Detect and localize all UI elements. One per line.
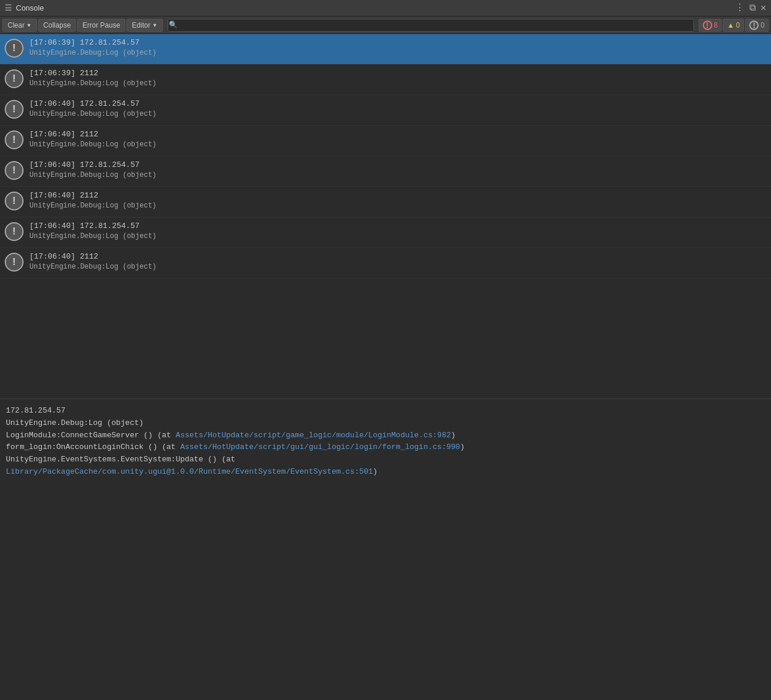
warning-badge[interactable]: ▲ 0 <box>723 19 744 32</box>
editor-label: Editor <box>132 21 150 29</box>
search-wrap: 🔍 <box>164 19 697 32</box>
log-entry-line1: [17:06:39] 172.81.254.57 <box>29 38 156 48</box>
more-options-icon[interactable]: ⋮ <box>735 4 745 13</box>
log-entry[interactable]: ![17:06:39] 172.81.254.57UnityEngine.Deb… <box>0 34 771 65</box>
log-entry-line2: UnityEngine.Debug:Log (object) <box>29 170 156 180</box>
log-entry-line2: UnityEngine.Debug:Log (object) <box>29 201 156 211</box>
badge-group: ! 8 ▲ 0 ! 0 <box>699 19 769 32</box>
clear-chevron-icon: ▼ <box>26 22 32 28</box>
log-entry[interactable]: ![17:06:39] 2112UnityEngine.Debug:Log (o… <box>0 65 771 95</box>
log-entry-line1: [17:06:39] 2112 <box>29 68 156 79</box>
detail-line-prefix: LoginModule:ConnectGameServer () (at <box>6 431 176 440</box>
log-entry-text: [17:06:40] 2112UnityEngine.Debug:Log (ob… <box>29 252 156 272</box>
detail-line-suffix: ) <box>460 443 465 451</box>
error-badge-icon: ! <box>703 21 712 30</box>
log-entry-text: [17:06:39] 172.81.254.57UnityEngine.Debu… <box>29 38 156 58</box>
log-entry-text: [17:06:40] 172.81.254.57UnityEngine.Debu… <box>29 221 156 242</box>
info-badge-count: 0 <box>760 21 765 29</box>
log-entry-icon: ! <box>5 192 24 210</box>
log-entry-line1: [17:06:40] 2112 <box>29 252 156 262</box>
warning-badge-count: 0 <box>736 21 740 29</box>
toolbar: Clear ▼ Collapse Error Pause Editor ▼ 🔍 … <box>0 16 771 34</box>
warning-badge-icon: ▲ <box>727 21 735 29</box>
log-entry-text: [17:06:40] 2112UnityEngine.Debug:Log (ob… <box>29 129 156 150</box>
search-input[interactable] <box>168 19 694 32</box>
error-pause-label: Error Pause <box>82 21 120 29</box>
log-entry-line2: UnityEngine.Debug:Log (object) <box>29 262 156 272</box>
log-entry[interactable]: ![17:06:40] 2112UnityEngine.Debug:Log (o… <box>0 126 771 156</box>
editor-chevron-icon: ▼ <box>152 22 158 28</box>
log-area[interactable]: ![17:06:39] 172.81.254.57UnityEngine.Deb… <box>0 34 771 398</box>
log-entry-line2: UnityEngine.Debug:Log (object) <box>29 232 156 242</box>
title-bar: ☰ Console ⋮ ⧉ ✕ <box>0 0 771 16</box>
log-entry-line2: UnityEngine.Debug:Log (object) <box>29 140 156 150</box>
detail-line: Library/PackageCache/com.unity.ugui@1.0.… <box>6 466 765 478</box>
log-entry-line1: [17:06:40] 172.81.254.57 <box>29 99 156 109</box>
log-entry-text: [17:06:40] 172.81.254.57UnityEngine.Debu… <box>29 99 156 119</box>
log-entry-line1: [17:06:40] 2112 <box>29 190 156 201</box>
log-entry-text: [17:06:40] 2112UnityEngine.Debug:Log (ob… <box>29 190 156 211</box>
clear-label: Clear <box>8 21 25 29</box>
log-entry[interactable]: ![17:06:40] 172.81.254.57UnityEngine.Deb… <box>0 95 771 126</box>
log-entry-icon: ! <box>5 100 24 119</box>
title-bar-controls: ⋮ ⧉ ✕ <box>735 4 766 13</box>
collapse-label: Collapse <box>44 21 71 29</box>
detail-line-link[interactable]: Assets/HotUpdate/script/gui/gui_logic/lo… <box>180 443 460 451</box>
info-badge-icon: ! <box>749 21 759 30</box>
detail-line-link[interactable]: Library/PackageCache/com.unity.ugui@1.0.… <box>6 467 373 476</box>
detail-line-link[interactable]: Assets/HotUpdate/script/game_logic/modul… <box>176 431 451 440</box>
detail-area: 172.81.254.57UnityEngine.Debug:Log (obje… <box>0 399 771 700</box>
log-entry-icon: ! <box>5 130 24 149</box>
collapse-button[interactable]: Collapse <box>38 19 76 32</box>
maximize-icon[interactable]: ⧉ <box>749 4 756 13</box>
log-entry-icon: ! <box>5 39 24 58</box>
log-entry-icon: ! <box>5 253 24 272</box>
detail-line: LoginModule:ConnectGameServer () (at Ass… <box>6 430 765 442</box>
editor-button[interactable]: Editor ▼ <box>126 19 162 32</box>
error-badge-count: 8 <box>714 21 718 29</box>
log-entry-text: [17:06:40] 172.81.254.57UnityEngine.Debu… <box>29 160 156 180</box>
log-entry[interactable]: ![17:06:40] 2112UnityEngine.Debug:Log (o… <box>0 187 771 217</box>
log-entry-line2: UnityEngine.Debug:Log (object) <box>29 48 156 58</box>
log-entry[interactable]: ![17:06:40] 172.81.254.57UnityEngine.Deb… <box>0 217 771 248</box>
log-entry-icon: ! <box>5 222 24 241</box>
detail-line-prefix: form_login:OnAccountLoginChick () (at <box>6 443 180 451</box>
title-bar-title: Console <box>16 4 44 12</box>
log-entry-icon: ! <box>5 161 24 180</box>
detail-line-suffix: ) <box>373 467 378 476</box>
detail-line: UnityEngine.Debug:Log (object) <box>6 417 765 430</box>
detail-line-suffix: ) <box>451 431 456 440</box>
detail-line: 172.81.254.57 <box>6 405 765 417</box>
error-pause-button[interactable]: Error Pause <box>77 19 125 32</box>
info-badge[interactable]: ! 0 <box>745 19 769 32</box>
log-entry[interactable]: ![17:06:40] 172.81.254.57UnityEngine.Deb… <box>0 156 771 187</box>
clear-button[interactable]: Clear ▼ <box>2 19 37 32</box>
error-badge[interactable]: ! 8 <box>699 19 722 32</box>
log-entry-line2: UnityEngine.Debug:Log (object) <box>29 79 156 89</box>
log-entry-icon: ! <box>5 69 24 88</box>
detail-line: UnityEngine.EventSystems.EventSystem:Upd… <box>6 454 765 466</box>
log-entry-line1: [17:06:40] 172.81.254.57 <box>29 160 156 170</box>
log-entry-line2: UnityEngine.Debug:Log (object) <box>29 109 156 119</box>
log-entry-line1: [17:06:40] 2112 <box>29 129 156 140</box>
log-entry[interactable]: ![17:06:40] 2112UnityEngine.Debug:Log (o… <box>0 248 771 279</box>
detail-line: form_login:OnAccountLoginChick () (at As… <box>6 441 765 454</box>
title-bar-left: ☰ Console <box>5 3 44 13</box>
console-icon: ☰ <box>5 3 12 13</box>
log-entry-line1: [17:06:40] 172.81.254.57 <box>29 221 156 232</box>
log-entry-text: [17:06:39] 2112UnityEngine.Debug:Log (ob… <box>29 68 156 89</box>
close-icon[interactable]: ✕ <box>760 4 766 13</box>
